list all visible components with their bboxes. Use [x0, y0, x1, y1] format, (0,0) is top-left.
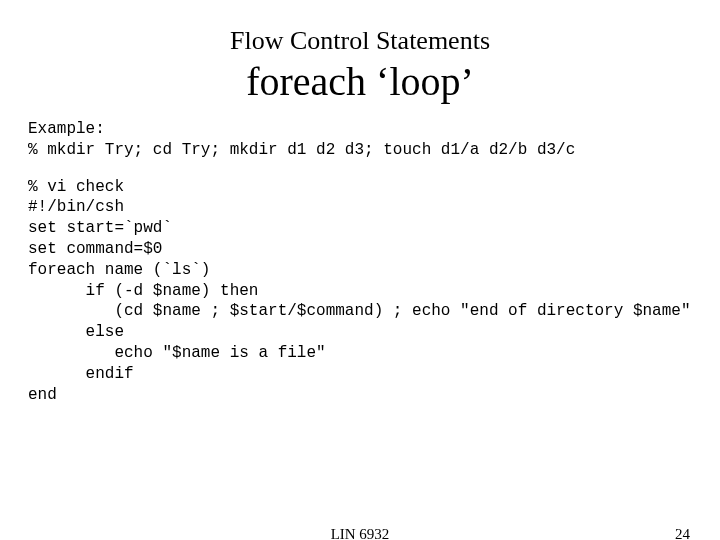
spacer: [20, 161, 700, 177]
example-setup-block: Example: % mkdir Try; cd Try; mkdir d1 d…: [28, 119, 700, 161]
script-block: % vi check #!/bin/csh set start=`pwd` se…: [28, 177, 700, 406]
slide-title: foreach ‘loop’: [20, 58, 700, 105]
course-code: LIN 6932: [0, 526, 720, 540]
slide-number: 24: [675, 526, 690, 540]
slide-supertitle: Flow Control Statements: [20, 26, 700, 56]
slide: Flow Control Statements foreach ‘loop’ E…: [0, 0, 720, 540]
